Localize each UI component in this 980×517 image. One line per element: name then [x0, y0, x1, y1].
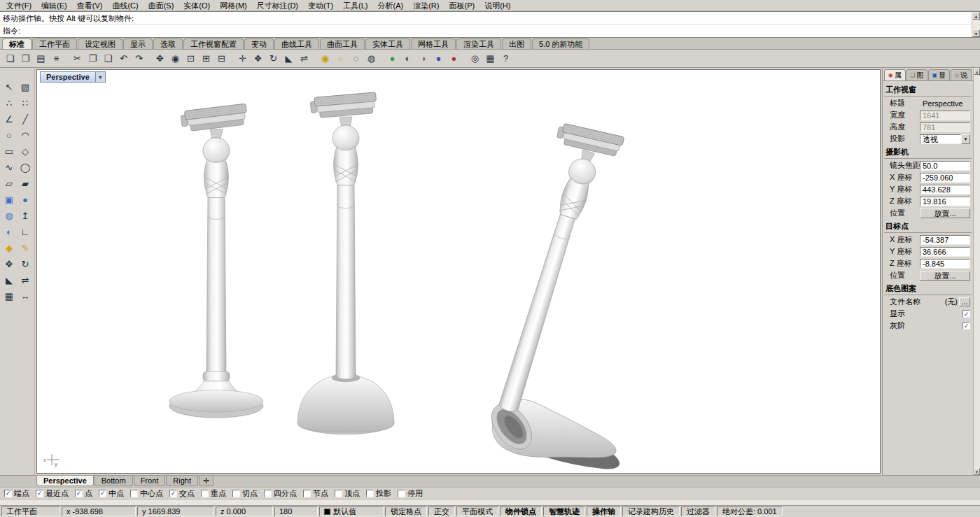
status-pane[interactable]: 正交: [428, 507, 455, 516]
viewport-title[interactable]: Perspective ▼: [40, 71, 106, 83]
menu-item[interactable]: 查看(V): [72, 0, 108, 11]
box-icon[interactable]: ▣: [1, 192, 18, 208]
status-pane[interactable]: 智慧轨迹: [543, 507, 585, 516]
toolbar-tab[interactable]: 工作视窗配置: [183, 38, 244, 49]
background-grayscale-checkbox[interactable]: [962, 322, 970, 330]
osnap-toggle-icon[interactable]: ◎: [468, 51, 482, 66]
panel-scroll-down-icon[interactable]: ▼: [974, 468, 980, 475]
move-object-icon[interactable]: ✥: [1, 256, 18, 272]
zoom-window-icon[interactable]: ⊡: [183, 51, 198, 66]
properties-tab[interactable]: ◉属: [884, 69, 906, 80]
cylinder-icon[interactable]: ◍: [1, 208, 18, 224]
paste-icon[interactable]: ❑: [101, 51, 115, 66]
point-icon[interactable]: ∴: [1, 95, 18, 111]
new-file-icon[interactable]: ❏: [3, 51, 18, 66]
camera-z-input[interactable]: 19.816: [920, 197, 970, 206]
mirror-object-icon[interactable]: ⇌: [18, 272, 34, 288]
menu-item[interactable]: 曲面(S): [144, 0, 179, 11]
display-tab[interactable]: ▣显: [928, 69, 950, 80]
toolbar-tab[interactable]: 显示: [123, 38, 153, 49]
camera-place-button[interactable]: 放置...: [920, 208, 970, 218]
hide-object-icon[interactable]: ◌: [349, 51, 363, 66]
osnap-toggle[interactable]: 投影: [366, 488, 391, 499]
status-pane[interactable]: 物件锁点: [500, 507, 542, 516]
paintbrush-icon[interactable]: ✎: [18, 240, 34, 256]
camera-x-input[interactable]: -259.060: [920, 173, 970, 183]
osnap-toggle[interactable]: 停用: [398, 488, 423, 499]
viewport-title-dropdown-icon[interactable]: ▼: [96, 71, 106, 83]
redo-icon[interactable]: ↷: [132, 51, 146, 66]
osnap-checkbox[interactable]: [201, 490, 209, 497]
toolbar-tab[interactable]: 标准: [2, 38, 31, 49]
status-pane[interactable]: 过滤器: [681, 507, 715, 516]
rectangle-icon[interactable]: ▭: [1, 143, 18, 160]
menu-item[interactable]: 曲线(C): [107, 0, 143, 11]
shaded-view-icon[interactable]: ◐: [400, 51, 415, 66]
command-input[interactable]: [22, 25, 972, 37]
arc-icon[interactable]: ◠: [18, 127, 34, 143]
viewport-tab[interactable]: Bottom: [94, 476, 133, 486]
command-scroll-up-icon[interactable]: ▲: [972, 12, 980, 20]
zoom-extents-icon[interactable]: ⊞: [199, 51, 214, 66]
status-pane[interactable]: 平面模式: [456, 507, 498, 516]
osnap-toggle[interactable]: 四分点: [264, 488, 297, 499]
osnap-toggle[interactable]: 最近点: [36, 488, 69, 499]
boolean-union-icon[interactable]: ◐: [1, 224, 18, 240]
polyline-icon[interactable]: ∠: [1, 111, 18, 127]
menu-item[interactable]: 实体(O): [178, 0, 215, 11]
camera-y-input[interactable]: 443.628: [920, 185, 970, 194]
fillet-icon[interactable]: ∟: [18, 224, 34, 240]
osnap-checkbox[interactable]: [4, 490, 12, 497]
toolbar-tab[interactable]: 5.0 的新功能: [532, 38, 589, 49]
osnap-checkbox[interactable]: [130, 490, 138, 497]
toolbar-tab[interactable]: 曲面工具: [320, 38, 365, 49]
osnap-checkbox[interactable]: [36, 490, 43, 497]
mirror-icon[interactable]: ⇌: [297, 51, 312, 66]
save-file-icon[interactable]: ▤: [34, 51, 48, 66]
viewport-tab[interactable]: Right: [166, 476, 198, 486]
plane-icon[interactable]: ▰: [18, 176, 34, 192]
polygon-icon[interactable]: ◇: [18, 143, 34, 160]
status-pane[interactable]: 操作轴: [587, 507, 621, 516]
show-object-icon[interactable]: ◍: [364, 51, 379, 66]
cplane-button[interactable]: 工作平面: [1, 507, 60, 516]
osnap-toggle[interactable]: 垂点: [201, 488, 226, 499]
status-pane[interactable]: 记录建构历史: [622, 507, 680, 516]
viewport-canvas[interactable]: [37, 70, 880, 473]
zoom-selected-icon[interactable]: ⊟: [214, 51, 229, 66]
image-tab[interactable]: ❏图: [906, 69, 928, 80]
menu-item[interactable]: 变动(T): [303, 0, 338, 11]
osnap-checkbox[interactable]: [366, 490, 374, 497]
render-red-sphere-icon[interactable]: ●: [447, 51, 461, 66]
line-icon[interactable]: ╱: [18, 111, 34, 127]
freeform-curve-icon[interactable]: ∿: [1, 160, 18, 176]
unlock-icon[interactable]: ○: [333, 51, 348, 66]
projection-dropdown-icon[interactable]: ▼: [961, 134, 970, 144]
menu-item[interactable]: 编辑(E): [36, 0, 72, 11]
osnap-checkbox[interactable]: [303, 490, 311, 497]
toolbar-tab[interactable]: 变动: [244, 38, 274, 49]
paint-bucket-icon[interactable]: ◆: [1, 240, 18, 256]
layer-pane[interactable]: 默认值: [319, 507, 384, 516]
panel-scroll-up-icon[interactable]: ▲: [974, 68, 980, 75]
osnap-checkbox[interactable]: [75, 490, 83, 497]
sphere-icon[interactable]: ●: [18, 192, 34, 208]
toolbar-tab[interactable]: 工作平面: [32, 38, 77, 49]
osnap-toggle[interactable]: 交点: [169, 488, 195, 499]
razor-model-middle[interactable]: [298, 92, 394, 434]
render-blue-sphere-icon[interactable]: ●: [431, 51, 446, 66]
osnap-checkbox[interactable]: [264, 490, 272, 497]
cut-icon[interactable]: ✂: [70, 51, 85, 66]
undo-icon[interactable]: ↶: [116, 51, 131, 66]
osnap-toggle[interactable]: 点: [75, 488, 92, 499]
scale-object-icon[interactable]: ◣: [1, 272, 18, 288]
ghosted-view-icon[interactable]: ◑: [416, 51, 430, 66]
print-icon[interactable]: ≡: [49, 51, 64, 66]
surface-icon[interactable]: ▱: [1, 176, 18, 192]
viewport-tab[interactable]: Front: [134, 476, 166, 486]
menu-item[interactable]: 工具(L): [338, 0, 372, 11]
menu-item[interactable]: 尺寸标注(D): [252, 0, 303, 11]
ellipse-icon[interactable]: ◯: [18, 160, 34, 176]
osnap-toggle[interactable]: 节点: [303, 488, 328, 499]
target-place-button[interactable]: 放置...: [920, 271, 970, 281]
